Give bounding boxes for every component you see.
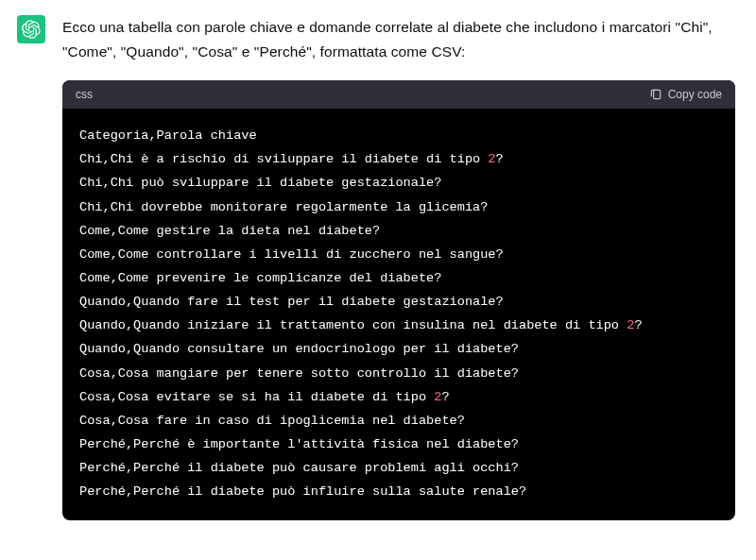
code-token: Chi,Chi è a rischio di sviluppare il dia…: [79, 152, 488, 166]
code-token: Chi,Chi può sviluppare il diabete gestaz…: [79, 176, 441, 190]
code-token: ?: [634, 318, 642, 332]
code-line: Categoria,Parola chiave: [79, 124, 718, 147]
code-line: Come,Come gestire la dieta nel diabete?: [79, 219, 718, 243]
code-token: Cosa,Cosa evitare se si ha il diabete di…: [79, 390, 434, 404]
code-line: Chi,Chi è a rischio di sviluppare il dia…: [79, 147, 718, 171]
copy-code-label: Copy code: [668, 88, 722, 101]
intro-text: Ecco una tabella con parole chiave e dom…: [62, 15, 739, 63]
openai-logo-icon: [22, 20, 41, 39]
code-line: Perché,Perché il diabete può causare pro…: [79, 456, 718, 480]
code-token: Quando,Quando fare il test per il diabet…: [79, 295, 504, 309]
code-line: Perché,Perché è importante l'attività fi…: [79, 433, 718, 456]
code-line: Quando,Quando fare il test per il diabet…: [79, 290, 718, 314]
code-line: Cosa,Cosa mangiare per tenere sotto cont…: [79, 362, 718, 385]
code-body[interactable]: Categoria,Parola chiaveChi,Chi è a risch…: [62, 109, 735, 520]
code-token: Quando,Quando iniziare il trattamento co…: [79, 318, 627, 332]
code-token: Perché,Perché il diabete può causare pro…: [79, 461, 519, 475]
code-line: Come,Come prevenire le complicanze del d…: [79, 266, 718, 290]
code-token: Come,Come prevenire le complicanze del d…: [79, 271, 441, 285]
code-token: Cosa,Cosa fare in caso di ipoglicemia ne…: [79, 414, 465, 428]
code-line: Cosa,Cosa fare in caso di ipoglicemia ne…: [79, 409, 718, 433]
assistant-avatar: [17, 15, 45, 43]
code-line: Quando,Quando consultare un endocrinolog…: [79, 337, 718, 361]
code-token: ?: [441, 390, 449, 404]
code-token: Perché,Perché il diabete può influire su…: [79, 484, 526, 499]
copy-code-button[interactable]: Copy code: [649, 88, 722, 101]
code-token-number: 2: [488, 152, 495, 166]
code-line: Perché,Perché il diabete può influire su…: [79, 480, 718, 503]
code-token: Categoria,Parola chiave: [79, 128, 257, 143]
code-line: Cosa,Cosa evitare se si ha il diabete di…: [79, 385, 718, 409]
code-token: Cosa,Cosa mangiare per tenere sotto cont…: [79, 366, 519, 381]
code-token: Come,Come controllare i livelli di zucch…: [79, 247, 504, 262]
code-line: Chi,Chi può sviluppare il diabete gestaz…: [79, 171, 718, 195]
code-block: css Copy code Categoria,Parola chiaveChi…: [62, 80, 735, 520]
code-token: Come,Come gestire la dieta nel diabete?: [79, 224, 380, 238]
code-line: Come,Come controllare i livelli di zucch…: [79, 243, 718, 266]
assistant-message: Ecco una tabella con parole chiave e dom…: [0, 0, 756, 520]
code-line: Chi,Chi dovrebbe monitorare regolarmente…: [79, 195, 718, 219]
code-header: css Copy code: [62, 80, 735, 109]
svg-rect-0: [653, 90, 660, 98]
code-token: Quando,Quando consultare un endocrinolog…: [79, 342, 519, 356]
code-token: ?: [496, 152, 504, 166]
code-lang-label: css: [76, 88, 93, 101]
code-token: Perché,Perché è importante l'attività fi…: [79, 437, 519, 451]
code-line: Quando,Quando iniziare il trattamento co…: [79, 314, 718, 337]
clipboard-icon: [649, 88, 662, 101]
code-token: Chi,Chi dovrebbe monitorare regolarmente…: [79, 200, 488, 214]
message-content: Ecco una tabella con parole chiave e dom…: [62, 15, 739, 520]
